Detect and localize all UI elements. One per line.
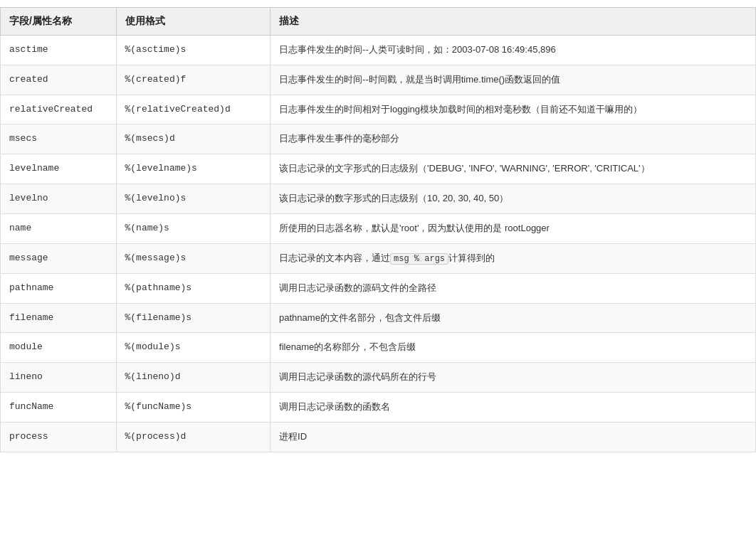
table-row: module%(module)sfilename的名称部分，不包含后缀 [1,333,756,363]
cell-format: %(lineno)d [116,363,271,393]
cell-format: %(module)s [116,333,271,363]
fields-table: 字段/属性名称 使用格式 描述 asctime%(asctime)s日志事件发生… [0,7,756,452]
cell-format: %(name)s [116,213,271,243]
cell-field: name [1,213,117,243]
cell-format: %(filename)s [116,303,271,333]
cell-desc: 进程ID [271,422,756,452]
cell-format: %(message)s [116,243,271,273]
cell-field: msecs [1,124,117,154]
cell-format: %(created)f [116,65,271,95]
cell-field: funcName [1,392,117,422]
cell-field: levelno [1,184,117,213]
cell-format: %(msecs)d [116,124,271,154]
table-row: msecs%(msecs)d日志事件发生事件的毫秒部分 [1,124,756,154]
cell-field: module [1,333,117,363]
table-header-row: 字段/属性名称 使用格式 描述 [1,8,756,36]
cell-desc: 日志事件发生的时间--时间戳，就是当时调用time.time()函数返回的值 [271,65,756,95]
cell-field: pathname [1,273,117,303]
cell-field: message [1,243,117,273]
cell-format: %(asctime)s [116,36,271,65]
table-row: relativeCreated%(relativeCreated)d日志事件发生… [1,95,756,124]
cell-field: asctime [1,36,117,65]
table-row: asctime%(asctime)s日志事件发生的时间--人类可读时间，如：20… [1,36,756,65]
table-row: created%(created)f日志事件发生的时间--时间戳，就是当时调用t… [1,65,756,95]
cell-desc: 日志事件发生的时间--人类可读时间，如：2003-07-08 16:49:45,… [271,36,756,65]
table-row: message%(message)s日志记录的文本内容，通过msg % args… [1,243,756,273]
cell-field: levelname [1,154,117,184]
cell-format: %(pathname)s [116,273,271,303]
cell-format: %(levelno)s [116,184,271,213]
cell-field: process [1,422,117,452]
cell-desc: 日志记录的文本内容，通过msg % args计算得到的 [271,243,756,273]
cell-field: created [1,65,117,95]
cell-desc: 所使用的日志器名称，默认是'root'，因为默认使用的是 rootLogger [271,213,756,243]
table-row: name%(name)s所使用的日志器名称，默认是'root'，因为默认使用的是… [1,213,756,243]
cell-desc: pathname的文件名部分，包含文件后缀 [271,303,756,333]
col-header-field: 字段/属性名称 [1,8,117,36]
cell-desc: 该日志记录的数字形式的日志级别（10, 20, 30, 40, 50） [271,184,756,213]
cell-desc: filename的名称部分，不包含后缀 [271,333,756,363]
table-row: lineno%(lineno)d调用日志记录函数的源代码所在的行号 [1,363,756,393]
cell-field: relativeCreated [1,95,117,124]
table-container: 字段/属性名称 使用格式 描述 asctime%(asctime)s日志事件发生… [0,0,756,547]
cell-desc: 该日志记录的文字形式的日志级别（'DEBUG', 'INFO', 'WARNIN… [271,154,756,184]
cell-format: %(relativeCreated)d [116,95,271,124]
cell-desc: 日志事件发生事件的毫秒部分 [271,124,756,154]
cell-desc: 日志事件发生的时间相对于logging模块加载时间的相对毫秒数（目前还不知道干嘛… [271,95,756,124]
table-row: levelname%(levelname)s该日志记录的文字形式的日志级别（'D… [1,154,756,184]
table-row: funcName%(funcName)s调用日志记录函数的函数名 [1,392,756,422]
table-row: process%(process)d进程ID [1,422,756,452]
table-row: filename%(filename)spathname的文件名部分，包含文件后… [1,303,756,333]
cell-desc: 调用日志记录函数的源代码所在的行号 [271,363,756,393]
cell-field: lineno [1,363,117,393]
inline-code: msg % args [390,253,448,265]
table-row: pathname%(pathname)s调用日志记录函数的源码文件的全路径 [1,273,756,303]
table-row: levelno%(levelno)s该日志记录的数字形式的日志级别（10, 20… [1,184,756,213]
cell-field: filename [1,303,117,333]
col-header-format: 使用格式 [116,8,271,36]
cell-format: %(process)d [116,422,271,452]
cell-format: %(funcName)s [116,392,271,422]
cell-format: %(levelname)s [116,154,271,184]
col-header-desc: 描述 [271,8,756,36]
cell-desc: 调用日志记录函数的函数名 [271,392,756,422]
cell-desc: 调用日志记录函数的源码文件的全路径 [271,273,756,303]
